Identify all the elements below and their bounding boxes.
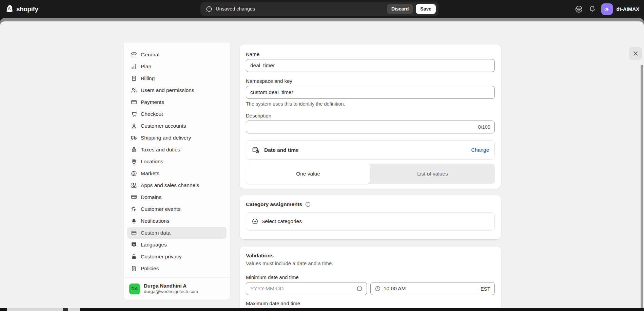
- select-categories-button[interactable]: Select categories: [246, 212, 495, 231]
- namespace-key-input[interactable]: [246, 86, 495, 99]
- truck-icon: [131, 134, 137, 141]
- bottom-edge-bar: [0, 308, 644, 311]
- calendar-clock-icon: [252, 146, 260, 154]
- unsaved-changes-text: Unsaved changes: [216, 6, 387, 12]
- description-char-counter: 0/100: [478, 124, 490, 130]
- plan-chart-icon: [131, 63, 137, 70]
- sidebar-item-users-and-permissions[interactable]: Users and permissions: [127, 85, 227, 96]
- sidebar-user-section[interactable]: DA Durga Nandhini A durga@wedesigntech.c…: [124, 277, 230, 300]
- store-name[interactable]: dt-AIMAX: [617, 6, 640, 12]
- sidebar-item-notifications[interactable]: Notifications: [127, 215, 227, 227]
- validations-card: Validations Values must include a date a…: [240, 246, 501, 311]
- domains-icon: [131, 194, 137, 201]
- store-icon: [131, 51, 137, 58]
- sidebar-item-custom-data[interactable]: Custom data: [127, 227, 227, 239]
- sidebar-item-customer-accounts[interactable]: Customer accounts: [127, 120, 227, 132]
- minimum-date-input[interactable]: [250, 286, 356, 292]
- sidebar-item-general[interactable]: General: [127, 49, 227, 60]
- person-icon: [131, 123, 137, 129]
- sidekick-assistant-icon[interactable]: [574, 5, 583, 14]
- checkout-cart-icon: [131, 111, 137, 117]
- svg-text:$: $: [134, 172, 136, 175]
- lock-icon: [131, 253, 137, 260]
- value-mode-tabs: One value List of values: [246, 164, 495, 184]
- content-type-row: Date and time Change: [246, 140, 495, 160]
- validations-subtitle: Values must include a date and a time.: [246, 260, 495, 266]
- bottom-edge-notch: [63, 308, 68, 311]
- minimum-time-field[interactable]: 10:00 AM EST: [370, 282, 495, 295]
- topbar: S shopify Unsaved changes Discard Save: [0, 0, 644, 18]
- change-type-link[interactable]: Change: [471, 147, 489, 153]
- policies-icon: [131, 265, 137, 272]
- plus-circle-icon: [252, 218, 258, 225]
- bottom-edge-highlight: [7, 308, 80, 311]
- discard-button[interactable]: Discard: [387, 4, 413, 14]
- sidebar-item-policies[interactable]: Policies: [127, 263, 227, 274]
- location-pin-icon: [131, 158, 137, 165]
- notifications-bell-icon[interactable]: [588, 5, 596, 13]
- sidebar-item-checkout[interactable]: Checkout: [127, 108, 227, 120]
- vertical-scrollbar[interactable]: [641, 65, 643, 311]
- globe-icon: $: [131, 170, 137, 177]
- custom-data-icon: [131, 230, 137, 236]
- sidebar-item-markets[interactable]: $ Markets: [127, 168, 227, 179]
- calendar-icon[interactable]: [356, 286, 363, 292]
- sidebar-item-locations[interactable]: Locations: [127, 156, 227, 167]
- category-assignments-title: Category assignments: [246, 201, 302, 207]
- close-icon: [633, 51, 639, 56]
- minimum-time-value: 10:00 AM: [384, 286, 478, 292]
- description-input[interactable]: [250, 124, 478, 130]
- sidebar-item-plan[interactable]: Plan: [127, 61, 227, 72]
- sidebar-item-taxes-and-duties[interactable]: Taxes and duties: [127, 144, 227, 156]
- svg-text:S: S: [8, 7, 11, 11]
- apps-grid-icon: [131, 182, 137, 189]
- category-assignments-card: Category assignments Select categories: [240, 195, 501, 239]
- minimum-timezone: EST: [481, 286, 490, 292]
- billing-receipt-icon: $: [131, 75, 137, 82]
- name-input[interactable]: [246, 59, 495, 72]
- user-email: durga@wedesigntech.com: [144, 289, 198, 295]
- minimum-date-label: Minimum date and time: [246, 274, 495, 280]
- description-field[interactable]: 0/100: [246, 121, 495, 133]
- sidebar-item-customer-events[interactable]: Customer events: [127, 203, 227, 215]
- validations-title: Validations: [246, 253, 495, 259]
- shopify-bag-icon: S: [5, 4, 15, 14]
- settings-nav: General Plan $ Billing Users and permiss…: [124, 43, 230, 274]
- namespace-help-text: The system uses this to identify the def…: [246, 101, 495, 107]
- payments-icon: [131, 99, 137, 106]
- bell-icon: [131, 218, 137, 224]
- save-button[interactable]: Save: [416, 4, 436, 14]
- languages-icon: A: [131, 241, 137, 248]
- namespace-label: Namespace and key: [246, 78, 495, 84]
- user-avatar: DA: [129, 283, 140, 294]
- clock-icon: [375, 286, 381, 292]
- info-icon[interactable]: [305, 201, 311, 207]
- sidebar-item-payments[interactable]: Payments: [127, 96, 227, 108]
- svg-text:$: $: [133, 77, 135, 80]
- sidebar-item-apps-and-sales-channels[interactable]: Apps and sales channels: [127, 180, 227, 191]
- users-icon: [131, 87, 137, 94]
- settings-sidebar: General Plan $ Billing Users and permiss…: [124, 43, 230, 300]
- tab-one-value[interactable]: One value: [246, 164, 370, 184]
- svg-text:A: A: [133, 243, 135, 246]
- maximum-date-label: Maximum date and time: [246, 300, 495, 306]
- sidebar-item-billing[interactable]: $ Billing: [127, 73, 227, 84]
- definition-card: Name Namespace and key The system uses t…: [240, 44, 501, 189]
- description-label: Description: [246, 113, 495, 118]
- unsaved-changes-banner: Unsaved changes Discard Save: [200, 2, 438, 16]
- minimum-date-field[interactable]: [246, 282, 367, 295]
- topbar-right-cluster: dt- dt-AIMAX: [574, 0, 640, 18]
- taxes-icon: [131, 146, 137, 153]
- close-modal-button[interactable]: [629, 47, 642, 60]
- shopify-logo[interactable]: S shopify: [5, 0, 38, 18]
- tab-list-of-values[interactable]: List of values: [370, 164, 495, 184]
- sidebar-item-shipping-and-delivery[interactable]: Shipping and delivery: [127, 132, 227, 144]
- store-avatar[interactable]: dt-: [601, 3, 613, 15]
- name-label: Name: [246, 51, 495, 57]
- sidebar-item-languages[interactable]: A Languages: [127, 239, 227, 251]
- select-categories-label: Select categories: [261, 218, 302, 224]
- sidebar-item-domains[interactable]: Domains: [127, 191, 227, 203]
- content-type-label: Date and time: [264, 147, 471, 153]
- settings-modal: General Plan $ Billing Users and permiss…: [0, 21, 644, 308]
- sidebar-item-customer-privacy[interactable]: Customer privacy: [127, 251, 227, 262]
